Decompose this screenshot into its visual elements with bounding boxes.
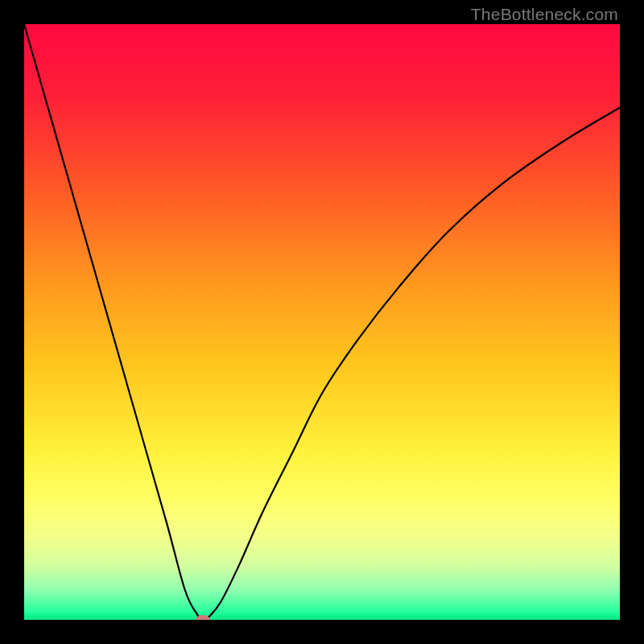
bottleneck-curve <box>24 24 620 620</box>
plot-area <box>24 24 620 620</box>
watermark-text: TheBottleneck.com <box>471 5 618 24</box>
chart-frame: TheBottleneck.com <box>0 0 644 644</box>
minimum-marker <box>196 615 210 620</box>
